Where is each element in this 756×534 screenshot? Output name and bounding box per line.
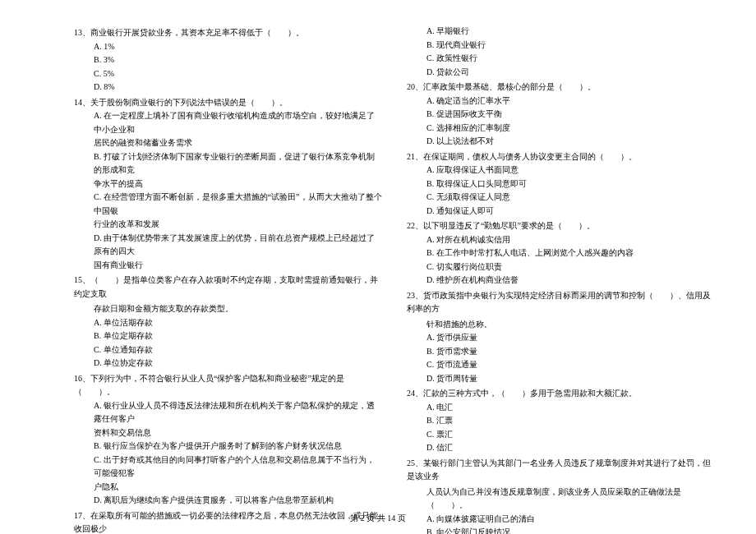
q14-b-2: 争水平的提高 xyxy=(74,177,382,191)
q23-d: D. 货币周转量 xyxy=(407,372,715,386)
q19-a: A. 早期银行 xyxy=(407,25,715,39)
q20-b: B. 促进国际收支平衡 xyxy=(407,108,715,122)
q22-d: D. 维护所在机构商业信誉 xyxy=(407,274,715,288)
q22-c: C. 切实履行岗位职责 xyxy=(407,260,715,274)
q16-b: B. 银行应当保护在为客户提供开户服务时了解到的客户财务状况信息 xyxy=(74,440,382,453)
q16-d: D. 离职后为继续向客户提供连贯服务，可以将客户信息带至新机构 xyxy=(74,494,382,508)
q23-c: C. 货币流通量 xyxy=(407,358,715,372)
q14-c-2: 行业的改革和发展 xyxy=(74,218,382,232)
q16-a-1: A. 银行业从业人员不得违反法律法规和所在机构关于客户隐私保护的规定，透露任何客… xyxy=(74,399,382,426)
q24-d: D. 信汇 xyxy=(407,441,715,455)
q14-d-2: 国有商业银行 xyxy=(74,259,382,273)
page-footer: 第 2 页 共 14 页 xyxy=(0,513,756,524)
q13-stem: 13、商业银行开展贷款业务，其资本充足率不得低于（ ）。 xyxy=(74,26,382,40)
q16-a-2: 资料和交易信息 xyxy=(74,426,382,440)
q23-stem-2: 针和措施的总称。 xyxy=(407,318,715,332)
q14-a-2: 居民的融资和储蓄业务需求 xyxy=(74,136,382,150)
q16-stem: 16、下列行为中，不符合银行从业人员“保护客户隐私和商业秘密”规定的是（ ）。 xyxy=(74,372,382,399)
q21-b: B. 取得保证人口头同意即可 xyxy=(407,177,715,191)
q23-a: A. 货币供应量 xyxy=(407,331,715,345)
q14-a-1: A. 在一定程度上填补了国有商业银行收缩机构造成的市场空白，较好地满足了中小企业… xyxy=(74,109,382,136)
q14-b-1: B. 打破了计划经济体制下国家专业银行的垄断局面，促进了银行体系竞争机制的形成和… xyxy=(74,150,382,177)
q25-stem-2: 人员认为自己并没有违反规章制度，则该业务人员应采取的正确做法是（ ）。 xyxy=(407,486,715,513)
q20-c: C. 选择相应的汇率制度 xyxy=(407,122,715,136)
q25-stem-1: 25、某银行部门主管认为其部门一名业务人员违反了规章制度并对其进行了处罚，但是该… xyxy=(407,457,715,484)
q19-b: B. 现代商业银行 xyxy=(407,39,715,53)
q21-d: D. 通知保证人即可 xyxy=(407,205,715,219)
q15-stem-1: 15、（ ）是指单位类客户在存入款项时不约定存期，支取时需提前通知银行，并约定支… xyxy=(74,274,382,301)
q23-b: B. 货币需求量 xyxy=(407,345,715,359)
q14-stem: 14、关于股份制商业银行的下列说法中错误的是（ ）。 xyxy=(74,96,382,110)
q13-c: C. 5% xyxy=(74,67,382,81)
right-column: A. 早期银行 B. 现代商业银行 C. 政策性银行 D. 贷款公司 20、汇率… xyxy=(407,25,715,534)
q14-c-1: C. 在经营管理方面不断创新，是很多重大措施的“试验田”，从而大大推动了整个中国… xyxy=(74,191,382,218)
q21-c: C. 无须取得保证人同意 xyxy=(407,191,715,205)
q24-b: B. 汇票 xyxy=(407,414,715,428)
left-column: 13、商业银行开展贷款业务，其资本充足率不得低于（ ）。 A. 1% B. 3%… xyxy=(74,25,382,534)
q13-d: D. 8% xyxy=(74,81,382,94)
q21-a: A. 应取得保证人书面同意 xyxy=(407,163,715,177)
q24-stem: 24、汇款的三种方式中，（ ）多用于急需用款和大额汇款。 xyxy=(407,387,715,401)
q15-stem-2: 存款日期和金额方能支取的存款类型。 xyxy=(74,302,382,316)
q24-a: A. 电汇 xyxy=(407,401,715,415)
q13-a: A. 1% xyxy=(74,40,382,54)
q15-a: A. 单位活期存款 xyxy=(74,316,382,330)
page-body: 13、商业银行开展贷款业务，其资本充足率不得低于（ ）。 A. 1% B. 3%… xyxy=(0,0,756,534)
q14-d-1: D. 由于体制优势带来了其发展速度上的优势，目前在总资产规模上已经超过了原有的四… xyxy=(74,232,382,259)
q13-b: B. 3% xyxy=(74,53,382,67)
q25-b: B. 向公安部门反映情况 xyxy=(407,526,715,534)
q19-c: C. 政策性银行 xyxy=(407,52,715,66)
q19-d: D. 贷款公司 xyxy=(407,66,715,80)
q22-stem: 22、以下明显违反了“勤勉尽职”要求的是（ ）。 xyxy=(407,219,715,233)
q15-c: C. 单位通知存款 xyxy=(74,343,382,357)
q21-stem: 21、在保证期间，债权人与债务人协议变更主合同的（ ）。 xyxy=(407,150,715,164)
q20-a: A. 确定适当的汇率水平 xyxy=(407,94,715,108)
q22-a: A. 对所在机构诚实信用 xyxy=(407,233,715,247)
q22-b: B. 在工作中时常打私人电话、上网浏览个人感兴趣的内容 xyxy=(407,246,715,260)
q20-stem: 20、汇率政策中最基础、最核心的部分是（ ）。 xyxy=(407,81,715,94)
q24-c: C. 票汇 xyxy=(407,428,715,442)
q16-c-1: C. 出于好奇或其他目的向同事打听客户的个人信息和交易信息属于不当行为，可能侵犯… xyxy=(74,453,382,481)
q23-stem-1: 23、货币政策指中央银行为实现特定经济目标而采用的调节和控制（ ）、信用及利率的… xyxy=(407,289,715,316)
q15-d: D. 单位协定存款 xyxy=(74,357,382,371)
q16-c-2: 户隐私 xyxy=(74,481,382,495)
q20-d: D. 以上说法都不对 xyxy=(407,135,715,149)
q15-b: B. 单位定期存款 xyxy=(74,329,382,343)
